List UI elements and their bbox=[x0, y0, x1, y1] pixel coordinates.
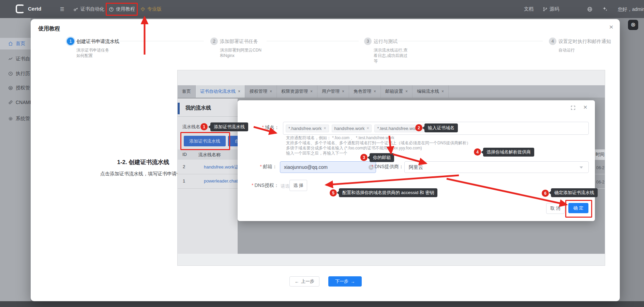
sidebar: 首页 证书自 执行历 授权管 CNAME 系统管 bbox=[0, 18, 31, 301]
col-name: 流水线名称 bbox=[198, 152, 221, 158]
email-label: *邮箱： bbox=[239, 164, 277, 170]
nav-docs[interactable]: 文档 bbox=[524, 5, 534, 13]
nav-cert-automation[interactable]: 证书自动化 bbox=[73, 5, 104, 13]
cancel-button[interactable]: 取 消 bbox=[546, 203, 565, 214]
next-step-button[interactable]: 下一步→ bbox=[328, 276, 362, 287]
time-value: 06-2 bbox=[596, 180, 604, 185]
divider bbox=[178, 116, 238, 117]
nav-docs-label: 文档 bbox=[524, 6, 534, 12]
annotation-tip-5: 配置和选择你的域名提供商的 accessid 和 密钥 bbox=[339, 188, 437, 197]
divider bbox=[595, 174, 605, 174]
tab-email-settings[interactable]: 邮箱设置× bbox=[381, 85, 413, 98]
highlight-box-add-button bbox=[180, 132, 230, 150]
help-line: 支持多个域名、多个子域名、多个通配符域名打到一个证书上（域名必须是在同一个DNS… bbox=[286, 141, 531, 146]
annotation-badge-2: 2 bbox=[415, 124, 422, 131]
tab-user-manage[interactable]: 用户管理× bbox=[317, 85, 349, 98]
modal-close-icon[interactable]: × bbox=[607, 23, 616, 31]
sidebar-collapse-icon[interactable]: ☰ bbox=[60, 5, 64, 13]
help-line: 支持通配符域名，例如： *.foo.com 、 *.test.handsfree… bbox=[286, 135, 531, 141]
tab-close-icon[interactable]: × bbox=[310, 89, 313, 94]
tab-auth-manage[interactable]: 授权管理× bbox=[245, 85, 277, 98]
divider bbox=[595, 160, 605, 160]
nav-pro-label: 专业版 bbox=[147, 6, 162, 12]
sidebar-item-history[interactable]: 执行历 bbox=[0, 68, 31, 79]
dns-provider-select[interactable]: 阿里云 bbox=[404, 161, 589, 173]
tab-role-manage[interactable]: 角色管理× bbox=[349, 85, 381, 98]
tab-close-icon[interactable]: × bbox=[374, 89, 376, 94]
user-greeting[interactable]: 您好，admin bbox=[618, 6, 644, 13]
sidebar-item-home[interactable]: 首页 bbox=[0, 38, 31, 49]
tab-cert-pipeline[interactable]: 证书自动化流水线× bbox=[196, 85, 245, 98]
row-id: 1 bbox=[183, 178, 185, 184]
step-1-circle: 1 bbox=[67, 38, 74, 45]
tag-remove-icon[interactable]: × bbox=[324, 126, 326, 131]
clock-icon bbox=[8, 71, 13, 76]
tutorial-modal: 使用教程 × 1 创建证书申请流水线 演示证书申请任务如何配置 2 添加部署证书… bbox=[31, 19, 620, 301]
floating-settings-button[interactable]: ⊗ bbox=[628, 20, 638, 30]
arrow-left-icon: ← bbox=[295, 279, 299, 284]
annotation-tip-2: 输入证书域名 bbox=[424, 123, 458, 132]
sidebar-item-cname[interactable]: CNAME bbox=[0, 97, 31, 108]
tab-close-icon[interactable]: × bbox=[405, 89, 408, 94]
tab-home[interactable]: 首页 bbox=[178, 85, 196, 98]
required-asterisk: * bbox=[252, 182, 253, 188]
pipeline-link[interactable]: powerleader.chat bbox=[204, 178, 238, 184]
home-icon bbox=[8, 41, 13, 46]
row-id: 2 bbox=[183, 164, 185, 169]
annotation-badge-5: 5 bbox=[330, 189, 337, 196]
nav-source[interactable]: 源码 bbox=[543, 5, 559, 13]
language-globe-icon[interactable] bbox=[587, 5, 593, 13]
highlight-box-tutorial bbox=[106, 3, 138, 16]
sidebar-item-auth[interactable]: 授权管 bbox=[0, 82, 31, 94]
prev-step-button[interactable]: ←上一步 bbox=[289, 276, 319, 287]
git-branch-icon bbox=[543, 7, 548, 12]
sidebar-item-cert-automation[interactable]: 证书自 bbox=[0, 53, 31, 65]
add-pipeline-dialog: × *域名： *.handsfree.work× handsfree.work×… bbox=[238, 100, 595, 221]
col-create-time: 时间 bbox=[595, 149, 605, 160]
gear-icon bbox=[8, 116, 13, 121]
app-logo-text: Certd bbox=[28, 6, 41, 12]
required-asterisk: * bbox=[262, 125, 264, 130]
app-root: Certd ☰ 证书自动化 使用教程 专业版 文档 源码 您好，admin bbox=[0, 0, 644, 307]
screenshot-tabbar: 首页 证书自动化流水线× 授权管理× 权限资源管理× 用户管理× 角色管理× 邮… bbox=[178, 85, 605, 98]
step-4-desc: 自动运行 bbox=[558, 47, 599, 53]
highlight-box-confirm bbox=[565, 200, 592, 218]
annotation-tip-3: 你的邮箱 bbox=[370, 153, 394, 162]
domain-tag: *.handsfree.work× bbox=[286, 125, 329, 132]
dns-auth-select-button[interactable]: 选 择 bbox=[289, 180, 307, 191]
screenshot-header-band bbox=[178, 70, 605, 85]
fullscreen-icon[interactable] bbox=[570, 105, 576, 112]
step-2-label: 添加部署证书任务 bbox=[220, 39, 258, 45]
annotation-badge-1: 1 bbox=[200, 123, 208, 130]
sidebar-item-system[interactable]: 系统管 bbox=[0, 113, 31, 125]
arrow-right-icon: → bbox=[350, 279, 355, 284]
annotation-badge-4: 4 bbox=[474, 148, 481, 156]
step-connector bbox=[395, 41, 543, 41]
tab-close-icon[interactable]: × bbox=[270, 89, 272, 94]
key-icon bbox=[73, 7, 78, 12]
pipeline-link[interactable]: handsfree.work证 bbox=[204, 164, 238, 170]
tab-close-icon[interactable]: × bbox=[238, 89, 240, 94]
step-2-circle: 2 bbox=[210, 38, 218, 45]
tag-remove-icon[interactable]: × bbox=[366, 126, 369, 131]
tab-close-icon[interactable]: × bbox=[441, 89, 444, 94]
table-row: 1 powerleader.chat bbox=[178, 174, 238, 189]
top-navbar: Certd ☰ 证书自动化 使用教程 专业版 文档 源码 您好，admin bbox=[0, 0, 644, 18]
dialog-close-icon[interactable]: × bbox=[583, 103, 587, 111]
tab-edit-pipeline[interactable]: 编辑流水线× bbox=[413, 85, 449, 98]
required-asterisk: * bbox=[260, 164, 262, 169]
annotation-badge-3: 3 bbox=[360, 154, 368, 161]
required-asterisk: * bbox=[372, 164, 373, 169]
tab-permission[interactable]: 权限资源管理× bbox=[277, 85, 317, 98]
dns-auth-label: *DNS授权： bbox=[239, 182, 279, 189]
nav-source-label: 源码 bbox=[550, 6, 559, 12]
chart-line-icon bbox=[8, 57, 13, 61]
step-4-label: 设置定时执行和邮件通知 bbox=[558, 39, 611, 45]
sparkles-icon[interactable] bbox=[602, 5, 608, 13]
chevron-down-icon bbox=[580, 166, 583, 170]
tab-close-icon[interactable]: × bbox=[342, 89, 344, 94]
nav-cert-automation-label: 证书自动化 bbox=[80, 6, 104, 12]
nav-pro[interactable]: 专业版 bbox=[140, 5, 162, 13]
col-id: ID bbox=[182, 152, 187, 157]
step-3-desc: 演示流水线运行,查看日志,成功后跳过等 bbox=[374, 47, 410, 64]
